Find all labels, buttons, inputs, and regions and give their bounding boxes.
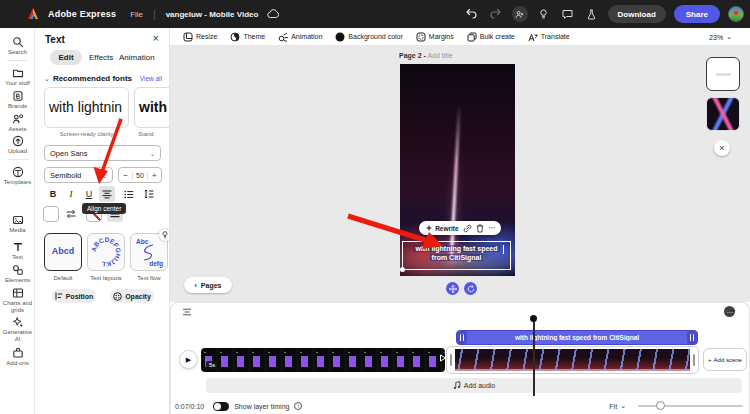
font-family-select[interactable]: Open Sans ⌄ xyxy=(44,145,161,161)
pages-button[interactable]: ‹ Pages xyxy=(184,277,232,293)
animation-button[interactable]: Animation xyxy=(278,32,322,42)
zoom-control[interactable]: 23% ⌄ xyxy=(709,28,732,46)
share-button[interactable]: Share xyxy=(674,5,720,23)
rotate-button[interactable] xyxy=(464,282,477,295)
timeline-zoom-slider[interactable] xyxy=(638,405,743,407)
page-thumbnail-1[interactable] xyxy=(706,57,740,91)
playhead-line[interactable] xyxy=(533,321,535,396)
undo-icon[interactable] xyxy=(464,6,480,22)
font-weight-select[interactable]: Semibold ⌄ xyxy=(44,167,113,183)
italic-button[interactable]: I xyxy=(63,186,79,202)
background-color-button[interactable]: Background color xyxy=(335,32,402,42)
style-card-default[interactable]: Abcd xyxy=(44,233,82,271)
sidebar-item-charts-grids[interactable]: Charts and grids xyxy=(0,287,35,314)
video-clip-2-selected[interactable] xyxy=(447,347,698,373)
brands-icon xyxy=(12,90,24,102)
beaker-icon[interactable] xyxy=(584,6,600,22)
margins-button[interactable]: Margins xyxy=(416,32,454,42)
lightbulb-icon[interactable] xyxy=(536,6,552,22)
opacity-button[interactable]: Opacity xyxy=(110,289,154,303)
clip-thumbnails[interactable] xyxy=(455,349,690,371)
cloud-sync-icon[interactable] xyxy=(267,9,280,19)
track-left-handle[interactable] xyxy=(457,331,467,344)
align-center-button[interactable] xyxy=(99,186,115,202)
resize-button[interactable]: Resize xyxy=(183,32,217,42)
sidebar-item-generative-ai[interactable]: Generative AI xyxy=(0,316,35,343)
file-menu[interactable]: File xyxy=(130,10,143,19)
position-button[interactable]: Position xyxy=(52,289,96,303)
adobe-express-logo[interactable] xyxy=(26,7,40,21)
video-clip-1[interactable] xyxy=(201,348,445,372)
tab-effects[interactable]: Effects xyxy=(89,50,113,65)
invite-people-icon[interactable] xyxy=(512,6,528,22)
add-audio-button[interactable]: Add audio xyxy=(206,378,742,393)
show-layer-timing-toggle[interactable] xyxy=(213,402,229,411)
redo-icon[interactable] xyxy=(488,6,504,22)
link-icon[interactable] xyxy=(463,224,472,233)
style-card-text-layouts[interactable]: ABCDEFGHIJKL xyxy=(87,233,125,271)
track-right-handle[interactable] xyxy=(687,331,697,344)
text-track[interactable]: with lightning fast speed from CitiSigna… xyxy=(456,330,698,345)
transition-icon[interactable] xyxy=(439,354,447,362)
layers-icon[interactable] xyxy=(182,308,192,316)
sidebar-item-add-ons[interactable]: Add-ons xyxy=(0,347,35,367)
theme-button[interactable]: Theme xyxy=(230,32,265,42)
bulk-create-button[interactable]: Bulk create xyxy=(467,32,515,42)
tab-animation[interactable]: Animation xyxy=(119,50,155,65)
close-icon[interactable]: × xyxy=(153,32,159,44)
selection-handle[interactable] xyxy=(400,267,405,272)
add-scene-button[interactable]: + Add scene xyxy=(703,348,747,371)
translate-button[interactable]: Translate xyxy=(528,32,570,42)
sidebar-item-upload[interactable]: Upload xyxy=(0,135,35,155)
font-card-1[interactable]: with lightnin ✎ xyxy=(44,87,129,128)
sidebar-item-media[interactable]: Media xyxy=(0,214,35,234)
document-title[interactable]: vangeluw - Mobile Video xyxy=(166,10,259,19)
clip-left-handle[interactable] xyxy=(448,349,454,371)
font-size-value[interactable]: 50 xyxy=(132,172,147,179)
video-canvas[interactable]: with lightning fast speed from CitiSigna… xyxy=(400,64,515,276)
sidebar-item-templates[interactable]: Templates xyxy=(0,166,35,186)
text-color-swatch[interactable] xyxy=(43,206,59,222)
download-button[interactable]: Download xyxy=(608,5,666,23)
tab-edit[interactable]: Edit xyxy=(50,50,82,65)
move-button[interactable] xyxy=(446,282,459,295)
swap-colors-icon[interactable] xyxy=(65,208,77,220)
info-icon[interactable]: i xyxy=(294,402,302,410)
clip-duration-badge: 5s xyxy=(206,361,218,369)
sidebar-item-your-stuff[interactable]: Your stuff xyxy=(0,67,35,87)
decrease-font-size-button[interactable]: − xyxy=(119,171,132,180)
style-card-text-flow[interactable]: Abc defg xyxy=(130,233,168,271)
line-spacing-button[interactable] xyxy=(141,186,157,202)
panel-title: Text xyxy=(45,34,65,45)
sidebar-item-assets[interactable]: Assets xyxy=(0,113,35,133)
text-selection-box[interactable]: with lightning fast speed from CitiSigna… xyxy=(402,241,511,270)
clip-right-handle[interactable] xyxy=(691,349,697,371)
comment-icon[interactable] xyxy=(560,6,576,22)
close-icon[interactable]: × xyxy=(714,140,730,156)
sidebar-item-search[interactable]: Search xyxy=(0,36,35,56)
overlay-text-line2[interactable]: from CitiSignal xyxy=(403,253,510,262)
trash-icon[interactable] xyxy=(476,224,484,233)
page-title-placeholder[interactable]: Add title xyxy=(427,52,452,59)
sidebar-item-text[interactable]: Text xyxy=(0,241,35,261)
avatar[interactable] xyxy=(728,6,744,22)
playhead-handle[interactable] xyxy=(530,315,537,322)
play-button[interactable]: ▶ xyxy=(179,350,198,369)
bold-button[interactable]: B xyxy=(45,186,61,202)
underline-button[interactable]: U xyxy=(81,186,97,202)
page-thumbnail-2[interactable] xyxy=(706,97,740,131)
more-options-icon[interactable]: ⋯ xyxy=(488,224,495,232)
font-card-2[interactable]: with xyxy=(134,87,170,128)
list-button[interactable] xyxy=(121,186,137,202)
increase-font-size-button[interactable]: + xyxy=(148,171,161,180)
overlay-text-line1[interactable]: with lightning fast speed xyxy=(403,244,510,253)
sidebar-item-brands[interactable]: Brands xyxy=(0,90,35,110)
sidebar-item-elements[interactable]: Elements xyxy=(0,264,35,284)
app-sidebar: Search Your stuff Brands Assets Upload T… xyxy=(0,28,35,414)
fit-dropdown[interactable]: Fit ⌄ xyxy=(609,402,626,410)
clip-more-options-icon[interactable]: ⋯ xyxy=(724,306,735,317)
rewrite-button[interactable]: Rewrite xyxy=(425,224,458,232)
slider-knob[interactable] xyxy=(656,401,665,410)
page-label[interactable]: Page 2 - Add title xyxy=(399,52,453,59)
view-all-link[interactable]: View all xyxy=(140,75,162,82)
